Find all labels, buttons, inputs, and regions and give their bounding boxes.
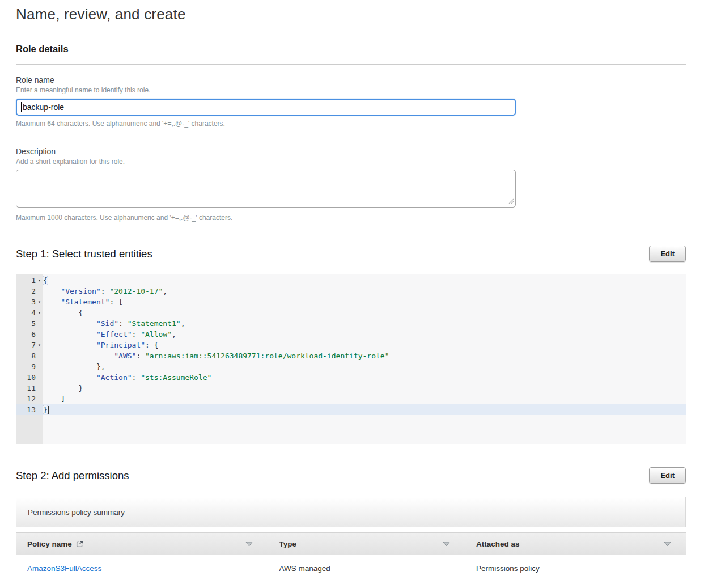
policy-name-header-label: Policy name <box>27 540 72 548</box>
external-link-icon <box>76 540 83 548</box>
trust-policy-editor[interactable]: 1▾23▾4▾567▾8910111213 { "Version": "2012… <box>16 274 686 444</box>
text-cursor <box>21 102 22 112</box>
code-line: "AWS": "arn:aws:iam::541263489771:role/w… <box>43 350 686 361</box>
gutter-line: 5 <box>16 318 43 329</box>
code-line: ] <box>43 394 686 404</box>
description-label: Description <box>16 147 686 156</box>
description-constraint: Maximum 1000 characters. Use alphanumeri… <box>16 214 686 222</box>
gutter-line: 1▾ <box>16 275 43 286</box>
role-name-input[interactable] <box>16 99 516 116</box>
page-title: Name, review, and create <box>16 6 686 23</box>
gutter-line: 3▾ <box>16 297 43 307</box>
role-name-constraint: Maximum 64 characters. Use alphanumeric … <box>16 120 686 128</box>
policy-link[interactable]: AmazonS3FullAccess <box>27 564 101 573</box>
sort-icon[interactable] <box>245 542 253 547</box>
gutter-line: 8 <box>16 350 43 361</box>
table-row: AmazonS3FullAccess AWS managed Permissio… <box>16 555 686 582</box>
step1-header-row: Step 1: Select trusted entities Edit <box>16 246 686 262</box>
role-name-field: Role name Enter a meaningful name to ide… <box>16 75 686 128</box>
role-details-heading: Role details <box>16 44 686 54</box>
permissions-table-header: Policy name Type At <box>16 532 686 555</box>
fold-arrow-icon[interactable]: ▾ <box>36 275 43 286</box>
step2-heading: Step 2: Add permissions <box>16 469 129 482</box>
description-field: Description Add a short explanation for … <box>16 147 686 222</box>
policy-type-cell: AWS managed <box>268 564 465 573</box>
permissions-summary-panel-header: Permissions policy summary <box>16 497 686 527</box>
step1-heading: Step 1: Select trusted entities <box>16 248 152 260</box>
code-line: { <box>43 307 686 318</box>
gutter-line: 4▾ <box>16 307 43 318</box>
column-header-type[interactable]: Type <box>268 533 465 555</box>
editor-cursor <box>48 406 49 414</box>
attached-as-cell: Permissions policy <box>465 564 686 573</box>
sort-icon[interactable] <box>664 542 671 547</box>
code-line: "Action": "sts:AssumeRole" <box>43 372 686 383</box>
code-line: "Principal": { <box>43 340 686 350</box>
gutter-line: 11 <box>16 383 43 394</box>
code-line: "Sid": "Statement1", <box>43 318 686 329</box>
edit-permissions-button[interactable]: Edit <box>649 467 686 484</box>
description-input[interactable] <box>16 170 516 208</box>
type-header-label: Type <box>279 540 296 548</box>
gutter-line: 13 <box>16 404 43 415</box>
code-line: }, <box>43 361 686 372</box>
role-name-help: Enter a meaningful name to identify this… <box>16 86 686 94</box>
resize-grip-icon[interactable] <box>508 196 514 206</box>
column-header-attached-as[interactable]: Attached as <box>465 533 686 555</box>
step2-header-row: Step 2: Add permissions Edit <box>16 467 686 484</box>
code-line: "Version": "2012-10-17", <box>43 286 686 297</box>
gutter-line: 6 <box>16 329 43 340</box>
gutter-line: 7▾ <box>16 340 43 350</box>
gutter-line: 12 <box>16 394 43 404</box>
description-help: Add a short explanation for this role. <box>16 158 686 166</box>
step2-divider <box>16 490 686 490</box>
role-name-label: Role name <box>16 75 686 84</box>
description-input-wrap <box>16 170 516 210</box>
gutter-line: 10 <box>16 372 43 383</box>
gutter-line: 2 <box>16 286 43 297</box>
permissions-table: Policy name Type At <box>16 532 686 582</box>
policy-name-cell: AmazonS3FullAccess <box>16 564 268 573</box>
fold-arrow-icon[interactable]: ▾ <box>36 307 43 318</box>
code-line: "Statement": [ <box>43 297 686 307</box>
editor-gutter: 1▾23▾4▾567▾8910111213 <box>16 274 43 444</box>
gutter-line: 9 <box>16 361 43 372</box>
fold-arrow-icon[interactable]: ▾ <box>36 297 43 307</box>
column-header-policy-name[interactable]: Policy name <box>16 533 268 555</box>
code-line: } <box>43 383 686 394</box>
sort-icon[interactable] <box>443 542 450 547</box>
fold-arrow-icon[interactable]: ▾ <box>36 340 43 350</box>
role-name-input-wrap <box>16 99 516 116</box>
attached-as-header-label: Attached as <box>476 540 520 548</box>
role-details-divider <box>16 64 686 65</box>
page: Name, review, and create Role details Ro… <box>0 0 704 582</box>
permissions-summary-title: Permissions policy summary <box>28 508 125 517</box>
code-line: } <box>43 404 686 415</box>
editor-code[interactable]: { "Version": "2012-10-17", "Statement": … <box>43 274 686 444</box>
edit-trusted-entities-button[interactable]: Edit <box>649 246 686 262</box>
code-line: { <box>43 275 686 286</box>
code-line: "Effect": "Allow", <box>43 329 686 340</box>
